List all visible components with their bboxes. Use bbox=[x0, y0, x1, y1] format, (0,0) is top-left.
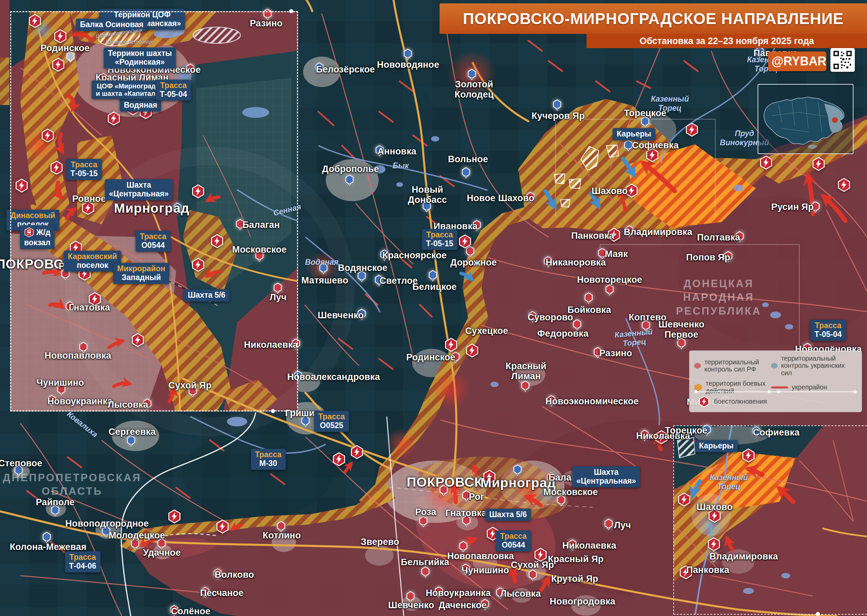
ukraine-minimap bbox=[758, 84, 853, 154]
qr-code bbox=[831, 48, 855, 72]
inset-corner-dot bbox=[816, 612, 820, 616]
hex-blue-icon bbox=[771, 360, 778, 371]
legend-item-ru-control: территориальный контроль сил РФ bbox=[694, 355, 767, 377]
legend-item-combat-zone: территория боевых действий bbox=[694, 380, 767, 394]
map-legend: территориальный контроль сил РФ территор… bbox=[689, 350, 862, 412]
inset-corner-dot bbox=[289, 9, 293, 13]
inset-corner-dot bbox=[271, 409, 275, 413]
page-subtitle: Обстановка за 22–23 ноября 2025 года bbox=[587, 34, 867, 48]
page-title: ПОКРОВСКО-МИРНОГРАДСКОЕ НАПРАВЛЕНИЕ bbox=[440, 3, 867, 34]
inset-pokrovsk-border bbox=[10, 11, 298, 412]
clash-icon bbox=[698, 396, 710, 407]
hex-red-icon bbox=[694, 360, 701, 371]
legend-item-ua-control: территориальный контроль украинских сил bbox=[771, 355, 858, 377]
brand-badge: @RYBAR bbox=[768, 52, 826, 71]
map-infographic: БелозёрскоеНововодяноеЗолотой КолодецПав… bbox=[0, 0, 867, 616]
legend-divider bbox=[696, 391, 855, 392]
telegram-icon bbox=[768, 55, 769, 68]
brand-label: @RYBAR bbox=[771, 54, 826, 68]
inset-shakhovo-border bbox=[673, 425, 867, 614]
legend-item-clashes: боестолкновения bbox=[698, 396, 767, 407]
red-line-icon bbox=[771, 386, 788, 389]
legend-item-fortified: укрепрайон bbox=[771, 380, 858, 394]
